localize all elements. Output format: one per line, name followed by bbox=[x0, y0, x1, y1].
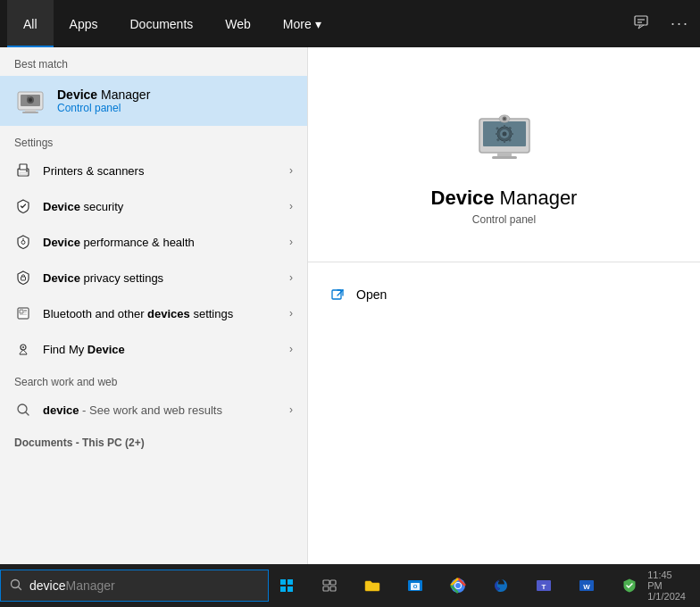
svg-rect-51 bbox=[288, 586, 293, 592]
best-match-text: Device Manager Control panel bbox=[57, 87, 150, 114]
tab-more[interactable]: More ▾ bbox=[267, 0, 338, 47]
best-match-title-bold: Device bbox=[57, 87, 97, 102]
svg-text:T: T bbox=[542, 583, 546, 591]
printers-chevron-icon: › bbox=[289, 164, 293, 177]
svg-rect-36 bbox=[504, 125, 505, 129]
tab-apps-label: Apps bbox=[70, 17, 98, 31]
word-button[interactable]: W bbox=[569, 568, 604, 603]
settings-device-privacy[interactable]: Device privacy settings › bbox=[0, 260, 307, 295]
svg-point-23 bbox=[22, 346, 24, 348]
performance-chevron-icon: › bbox=[289, 236, 293, 248]
privacy-chevron-icon: › bbox=[289, 271, 293, 284]
settings-device-security[interactable]: Device security › bbox=[0, 188, 307, 224]
clock-date: 1/1/2024 bbox=[647, 591, 686, 602]
svg-rect-21 bbox=[20, 314, 27, 315]
bluetooth-chevron-icon: › bbox=[289, 307, 293, 320]
svg-rect-29 bbox=[492, 156, 517, 159]
file-explorer-button[interactable] bbox=[354, 568, 390, 603]
svg-rect-9 bbox=[27, 96, 30, 97]
main-content: Best match Device Manager bbox=[0, 47, 700, 564]
clock-time: 11:45 PM bbox=[647, 570, 686, 591]
svg-rect-50 bbox=[280, 586, 286, 592]
tab-documents[interactable]: Documents bbox=[113, 0, 209, 47]
svg-point-32 bbox=[503, 118, 504, 120]
more-options-icon[interactable]: ··· bbox=[667, 11, 693, 37]
find-device-icon bbox=[14, 340, 32, 358]
svg-rect-54 bbox=[323, 586, 329, 591]
start-button[interactable] bbox=[269, 568, 304, 603]
svg-rect-12 bbox=[20, 172, 27, 175]
svg-rect-49 bbox=[288, 579, 293, 585]
search-web-text: device - See work and web results bbox=[43, 403, 289, 417]
tab-documents-label: Documents bbox=[129, 17, 193, 31]
svg-rect-52 bbox=[323, 580, 329, 585]
settings-find-my-device[interactable]: Find My Device › bbox=[0, 331, 307, 367]
svg-point-35 bbox=[502, 132, 506, 137]
edge-button[interactable] bbox=[483, 568, 519, 603]
svg-rect-55 bbox=[330, 586, 336, 591]
svg-line-47 bbox=[19, 586, 21, 589]
security-shield-icon bbox=[14, 197, 32, 215]
settings-bluetooth-text: Bluetooth and other devices settings bbox=[43, 307, 289, 320]
documents-label: Documents - This PC (2+) bbox=[0, 428, 307, 453]
svg-text:O: O bbox=[413, 584, 418, 589]
task-view-button[interactable] bbox=[312, 568, 347, 603]
app-icon-container bbox=[469, 101, 540, 172]
settings-device-security-text: Device security bbox=[43, 200, 289, 213]
tab-web-label: Web bbox=[225, 17, 251, 31]
tab-all[interactable]: All bbox=[7, 0, 54, 47]
chrome-button[interactable] bbox=[440, 568, 476, 603]
settings-device-performance-text: Device performance & health bbox=[43, 236, 289, 249]
system-clock: 11:45 PM 1/1/2024 bbox=[647, 570, 693, 602]
svg-text:W: W bbox=[583, 583, 590, 591]
outlook-button[interactable]: O bbox=[397, 568, 433, 603]
search-placeholder: Manager bbox=[65, 578, 114, 593]
svg-rect-28 bbox=[497, 153, 512, 156]
teams-button[interactable]: T bbox=[526, 568, 562, 603]
svg-rect-38 bbox=[496, 133, 499, 135]
best-match-item[interactable]: Device Manager Control panel bbox=[0, 76, 307, 126]
best-match-subtitle: Control panel bbox=[57, 102, 150, 114]
settings-bluetooth[interactable]: Bluetooth and other devices settings › bbox=[0, 295, 307, 331]
performance-icon bbox=[14, 233, 32, 251]
tab-web[interactable]: Web bbox=[209, 0, 267, 47]
open-action[interactable]: Open bbox=[308, 277, 700, 312]
svg-rect-20 bbox=[24, 312, 27, 313]
taskbar-right: 11:45 PM 1/1/2024 bbox=[647, 570, 700, 602]
svg-rect-6 bbox=[22, 112, 38, 113]
nav-icon-group: ··· bbox=[629, 11, 693, 37]
taskbar-search-box[interactable]: deviceManager bbox=[0, 570, 269, 602]
tab-apps[interactable]: Apps bbox=[54, 0, 114, 47]
security-taskbar-button[interactable] bbox=[612, 568, 647, 603]
svg-rect-19 bbox=[24, 310, 27, 312]
top-nav: All Apps Documents Web More ▾ ··· bbox=[0, 0, 700, 47]
left-panel: Best match Device Manager bbox=[0, 47, 307, 564]
settings-printers[interactable]: Printers & scanners › bbox=[0, 153, 307, 188]
svg-point-13 bbox=[26, 170, 28, 172]
svg-rect-53 bbox=[330, 580, 336, 585]
web-search-chevron-icon: › bbox=[289, 403, 293, 416]
privacy-icon bbox=[14, 269, 32, 287]
divider bbox=[308, 262, 700, 262]
svg-rect-37 bbox=[504, 139, 505, 143]
feedback-icon[interactable] bbox=[629, 11, 653, 37]
web-search-icon bbox=[14, 401, 32, 419]
settings-group-label: Settings bbox=[0, 128, 307, 153]
search-query-desc: - See work and web results bbox=[82, 403, 222, 417]
svg-rect-44 bbox=[332, 290, 341, 299]
printer-icon bbox=[14, 162, 32, 179]
svg-rect-0 bbox=[635, 16, 647, 25]
app-title-bold: Device bbox=[431, 187, 495, 209]
search-typed: device bbox=[29, 578, 65, 593]
best-match-title: Device Manager bbox=[57, 87, 150, 102]
search-web-item[interactable]: device - See work and web results › bbox=[0, 392, 307, 428]
app-subtitle: Control panel bbox=[472, 213, 536, 226]
svg-rect-48 bbox=[280, 579, 286, 585]
svg-rect-39 bbox=[510, 133, 513, 135]
settings-device-performance[interactable]: Device performance & health › bbox=[0, 224, 307, 260]
device-manager-small-icon bbox=[14, 85, 46, 117]
svg-line-25 bbox=[26, 412, 29, 415]
search-query: device bbox=[43, 403, 79, 417]
svg-point-8 bbox=[29, 98, 32, 102]
svg-rect-18 bbox=[20, 310, 23, 313]
